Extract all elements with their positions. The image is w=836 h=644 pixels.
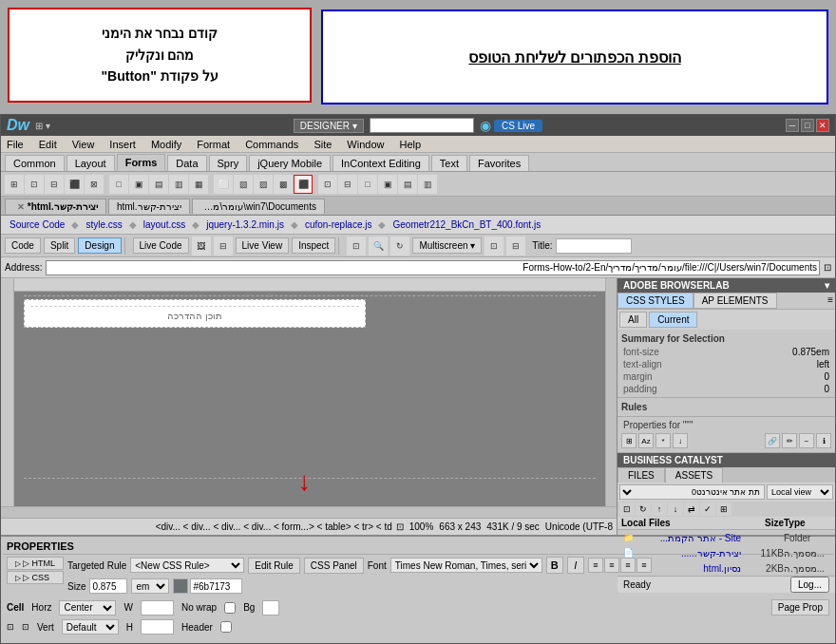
insert-tab-incontext-editing[interactable]: InContext Editing: [332, 155, 429, 171]
insert-tab-favorites[interactable]: Favorites: [469, 155, 529, 171]
et-icon2-0[interactable]: ⊡: [347, 237, 366, 256]
toolbar-icon-1[interactable]: ⊡: [25, 175, 44, 194]
horz-select[interactable]: Center: [59, 600, 116, 616]
files-tab[interactable]: FILES: [618, 467, 665, 483]
align-center-button[interactable]: ≡: [604, 558, 619, 573]
current-tab[interactable]: Current: [649, 312, 697, 328]
prop-icon-info[interactable]: ℹ: [816, 433, 831, 448]
designer-button[interactable]: DESIGNER ▾: [294, 119, 364, 133]
file-icon-expand[interactable]: ⊞: [716, 502, 732, 516]
doc-tab-0[interactable]: יצירת-קשר.html* ✕: [5, 199, 106, 214]
color-input[interactable]: [190, 578, 242, 594]
toolbar-icon-2[interactable]: ⊟: [45, 175, 64, 194]
toolbar-icon-15[interactable]: ⊡: [318, 175, 337, 194]
prop-icon-arrow[interactable]: ↓: [673, 433, 688, 448]
menu-item-edit[interactable]: Edit: [37, 139, 59, 150]
toolbar-icon-20[interactable]: ▥: [418, 175, 437, 194]
font-select[interactable]: Times New Roman, Times, serif: [390, 558, 542, 573]
italic-button[interactable]: I: [567, 557, 584, 574]
edit-rule-button[interactable]: Edit Rule: [248, 558, 300, 574]
prop-icon-target[interactable]: ⊞: [621, 433, 636, 448]
header-checkbox[interactable]: [220, 621, 232, 633]
file-icon-refresh[interactable]: ↻: [636, 502, 651, 516]
horizontal-scrollbar[interactable]: [1, 506, 617, 518]
assets-tab[interactable]: ASSETS: [665, 467, 723, 483]
toolbar-icon-6[interactable]: ▣: [129, 175, 148, 194]
rf-item-5[interactable]: Geometr212_BkCn_BT_400.font.js: [388, 218, 545, 231]
file-icon-check[interactable]: ✓: [700, 502, 715, 516]
address-icon[interactable]: ⊡: [824, 262, 831, 273]
insert-tab-jquery-mobile[interactable]: jQuery Mobile: [249, 155, 331, 171]
css-panel-button[interactable]: CSS Panel: [304, 558, 364, 574]
prop-icon-star[interactable]: *: [656, 433, 671, 448]
h-input[interactable]: [141, 619, 174, 635]
toolbar-icon-10[interactable]: ⬜: [214, 175, 233, 194]
insert-tab-text[interactable]: Text: [431, 155, 467, 171]
et-icon2-2[interactable]: ↻: [390, 237, 409, 256]
align-right-button[interactable]: ≡: [620, 558, 636, 573]
size-input[interactable]: [89, 578, 127, 594]
menu-item-format[interactable]: Format: [195, 139, 232, 150]
toolbar-icon-19[interactable]: ▤: [398, 175, 417, 194]
rf-item-0[interactable]: Source Code: [5, 218, 69, 231]
toolbar-icon-0[interactable]: ⊞: [5, 175, 24, 194]
site-selector[interactable]: תת אתר אינטרנט0: [619, 484, 765, 500]
live-view-button[interactable]: Live View: [236, 237, 290, 254]
rf-item-3[interactable]: jquery-1.3.2.min.js: [201, 218, 289, 231]
cs-live-button[interactable]: CS Live: [494, 120, 542, 132]
panel-options-icon[interactable]: ≡: [826, 293, 835, 309]
insert-tab-data[interactable]: Data: [167, 155, 206, 171]
menu-item-insert[interactable]: Insert: [107, 139, 138, 150]
file-icon-sync[interactable]: ⇄: [684, 502, 699, 516]
toolbar-icon-16[interactable]: ⊟: [338, 175, 357, 194]
doc-tab-1[interactable]: יצירת-קשר.html: [108, 199, 190, 214]
file-icon-down[interactable]: ↓: [668, 502, 683, 516]
vertical-scrollbar[interactable]: [605, 278, 617, 506]
title-input[interactable]: [556, 238, 632, 254]
menu-item-help[interactable]: Help: [397, 139, 423, 150]
insert-tab-forms[interactable]: Forms: [117, 154, 166, 171]
menu-item-file[interactable]: File: [5, 139, 26, 150]
canvas-area[interactable]: תוכן ההדרכה ↓: [14, 278, 605, 506]
insert-tab-layout[interactable]: Layout: [66, 155, 115, 171]
et-icon2-1[interactable]: 🔍: [369, 237, 388, 256]
toolbar-icon-14[interactable]: ⬛: [294, 175, 313, 194]
menu-item-commands[interactable]: Commands: [243, 139, 300, 150]
bg-input[interactable]: [262, 600, 279, 616]
et-icon-1[interactable]: ⊟: [214, 237, 233, 256]
minimize-button[interactable]: ─: [786, 119, 799, 132]
no-wrap-checkbox[interactable]: [224, 602, 236, 614]
title-bar-grid-icon[interactable]: ⊞ ▾: [35, 121, 50, 131]
ap-elements-tab[interactable]: AP ELEMENTS: [694, 293, 777, 309]
rf-item-4[interactable]: cufon-replace.js: [300, 218, 377, 231]
panel-collapse-icon[interactable]: ▾: [825, 280, 829, 291]
targeted-rule-select[interactable]: <New CSS Rule>: [130, 558, 244, 573]
insert-tab-common[interactable]: Common: [5, 155, 65, 171]
file-row-site[interactable]: 📁 Site - אתר הקמת... Folder: [618, 530, 835, 545]
et-icon3-1[interactable]: ⊟: [506, 237, 525, 256]
menu-item-window[interactable]: Window: [345, 139, 386, 150]
maximize-button[interactable]: □: [801, 119, 814, 132]
rf-item-1[interactable]: style.css: [81, 218, 126, 231]
vert-select[interactable]: Default: [62, 619, 119, 635]
zoom-level[interactable]: 100%: [409, 521, 434, 532]
color-swatch[interactable]: [173, 578, 188, 594]
toolbar-icon-3[interactable]: ⬛: [65, 175, 84, 194]
address-input[interactable]: [46, 260, 820, 275]
live-code-button[interactable]: Live Code: [133, 237, 189, 254]
menu-item-site[interactable]: Site: [312, 139, 333, 150]
bold-button[interactable]: B: [546, 557, 563, 574]
toolbar-icon-7[interactable]: ▤: [149, 175, 168, 194]
toolbar-icon-11[interactable]: ▧: [234, 175, 253, 194]
toolbar-icon-8[interactable]: ▥: [169, 175, 188, 194]
toolbar-icon-13[interactable]: ▩: [274, 175, 293, 194]
close-button[interactable]: ✕: [816, 119, 829, 132]
css-mode-button[interactable]: ▷ ▷ CSS: [7, 571, 64, 584]
insert-tab-spry[interactable]: Spry: [209, 155, 248, 171]
size-unit-select[interactable]: em: [131, 578, 169, 594]
code-button[interactable]: Code: [5, 237, 41, 254]
prop-icon-pencil[interactable]: ✏: [782, 433, 797, 448]
html-mode-button[interactable]: ▷ ▷ HTML: [7, 557, 64, 570]
file-icon-connect[interactable]: ⊡: [619, 502, 635, 516]
prop-icon-minus[interactable]: −: [799, 433, 814, 448]
